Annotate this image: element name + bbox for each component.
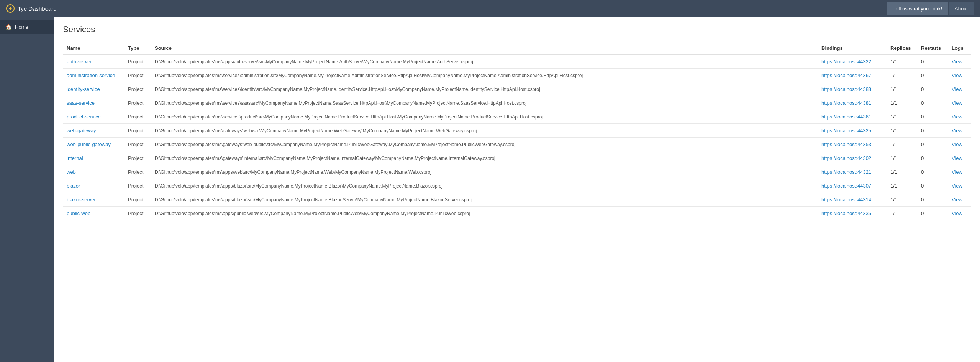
service-binding-link[interactable]: https://localhost:44388 — [821, 86, 871, 92]
service-replicas-cell: 1/1 — [887, 165, 917, 179]
service-source-cell: D:\Github\volo\abp\templates\ms\apps\aut… — [151, 54, 818, 69]
col-header-bindings: Bindings — [818, 42, 887, 54]
service-restarts-cell: 0 — [917, 165, 948, 179]
service-source-cell: D:\Github\volo\abp\templates\ms\services… — [151, 82, 818, 96]
service-log-link[interactable]: View — [952, 72, 962, 78]
service-type-cell: Project — [124, 54, 151, 69]
service-type-cell: Project — [124, 207, 151, 220]
service-log-link[interactable]: View — [952, 100, 962, 106]
service-binding-link[interactable]: https://localhost:44353 — [821, 142, 871, 147]
service-log-link[interactable]: View — [952, 128, 962, 133]
service-name-cell: administration-service — [63, 69, 124, 82]
table-row: web-public-gateway Project D:\Github\vol… — [63, 138, 971, 151]
service-replicas-cell: 1/1 — [887, 207, 917, 220]
service-name-link[interactable]: identity-service — [67, 86, 100, 92]
service-source-cell: D:\Github\volo\abp\templates\ms\services… — [151, 96, 818, 110]
service-binding-link[interactable]: https://localhost:44381 — [821, 100, 871, 106]
service-log-cell: View — [948, 138, 971, 151]
service-restarts-cell: 0 — [917, 151, 948, 165]
table-row: auth-server Project D:\Github\volo\abp\t… — [63, 54, 971, 69]
service-type-cell: Project — [124, 151, 151, 165]
service-log-cell: View — [948, 69, 971, 82]
service-name-link[interactable]: blazor — [67, 183, 80, 189]
service-log-cell: View — [948, 207, 971, 220]
service-name-link[interactable]: blazor-server — [67, 197, 96, 202]
service-log-link[interactable]: View — [952, 197, 962, 202]
service-log-cell: View — [948, 179, 971, 193]
service-log-link[interactable]: View — [952, 183, 962, 189]
service-name-cell: auth-server — [63, 54, 124, 69]
service-restarts-cell: 0 — [917, 54, 948, 69]
service-log-link[interactable]: View — [952, 142, 962, 147]
service-type-cell: Project — [124, 138, 151, 151]
about-button[interactable]: About — [948, 2, 974, 15]
service-name-link[interactable]: web-gateway — [67, 128, 96, 133]
service-name-link[interactable]: auth-server — [67, 59, 92, 64]
service-binding-link[interactable]: https://localhost:44322 — [821, 59, 871, 64]
main-content: Services Name Type Source Bindings Repli… — [54, 17, 980, 362]
service-log-link[interactable]: View — [952, 59, 962, 64]
service-type-cell: Project — [124, 179, 151, 193]
table-row: blazor-server Project D:\Github\volo\abp… — [63, 193, 971, 207]
header-logo: Tye Dashboard — [6, 4, 887, 13]
service-log-link[interactable]: View — [952, 86, 962, 92]
service-binding-cell: https://localhost:44381 — [818, 96, 887, 110]
service-log-link[interactable]: View — [952, 169, 962, 175]
service-replicas-cell: 1/1 — [887, 96, 917, 110]
service-replicas-cell: 1/1 — [887, 54, 917, 69]
service-log-link[interactable]: View — [952, 211, 962, 216]
service-binding-cell: https://localhost:44335 — [818, 207, 887, 220]
service-source-cell: D:\Github\volo\abp\templates\ms\gateways… — [151, 138, 818, 151]
service-name-cell: saas-service — [63, 96, 124, 110]
service-source-cell: D:\Github\volo\abp\templates\ms\gateways… — [151, 151, 818, 165]
service-name-link[interactable]: internal — [67, 155, 83, 161]
service-binding-cell: https://localhost:44367 — [818, 69, 887, 82]
service-binding-cell: https://localhost:44325 — [818, 124, 887, 138]
header-actions: Tell us what you think! About — [887, 2, 974, 15]
service-binding-link[interactable]: https://localhost:44335 — [821, 211, 871, 216]
service-name-link[interactable]: product-service — [67, 114, 101, 120]
table-row: product-service Project D:\Github\volo\a… — [63, 110, 971, 124]
service-replicas-cell: 1/1 — [887, 110, 917, 124]
service-binding-link[interactable]: https://localhost:44325 — [821, 128, 871, 133]
service-binding-link[interactable]: https://localhost:44314 — [821, 197, 871, 202]
service-type-cell: Project — [124, 124, 151, 138]
service-log-cell: View — [948, 124, 971, 138]
service-restarts-cell: 0 — [917, 96, 948, 110]
service-binding-cell: https://localhost:44302 — [818, 151, 887, 165]
service-name-link[interactable]: web — [67, 169, 76, 175]
service-name-link[interactable]: web-public-gateway — [67, 142, 111, 147]
service-binding-link[interactable]: https://localhost:44302 — [821, 155, 871, 161]
service-name-link[interactable]: administration-service — [67, 72, 115, 78]
service-binding-link[interactable]: https://localhost:44367 — [821, 72, 871, 78]
service-name-link[interactable]: saas-service — [67, 100, 95, 106]
feedback-button[interactable]: Tell us what you think! — [887, 2, 948, 15]
table-row: internal Project D:\Github\volo\abp\temp… — [63, 151, 971, 165]
service-name-cell: web — [63, 165, 124, 179]
service-replicas-cell: 1/1 — [887, 82, 917, 96]
service-name-link[interactable]: public-web — [67, 211, 90, 216]
sidebar-item-home[interactable]: 🏠 Home — [0, 20, 54, 34]
sidebar: 🏠 Home — [0, 17, 54, 362]
col-header-replicas: Replicas — [887, 42, 917, 54]
service-binding-link[interactable]: https://localhost:44361 — [821, 114, 871, 120]
service-binding-link[interactable]: https://localhost:44307 — [821, 183, 871, 189]
service-log-link[interactable]: View — [952, 114, 962, 120]
service-replicas-cell: 1/1 — [887, 193, 917, 207]
service-binding-link[interactable]: https://localhost:44321 — [821, 169, 871, 175]
table-row: administration-service Project D:\Github… — [63, 69, 971, 82]
table-row: web-gateway Project D:\Github\volo\abp\t… — [63, 124, 971, 138]
service-log-link[interactable]: View — [952, 155, 962, 161]
table-row: saas-service Project D:\Github\volo\abp\… — [63, 96, 971, 110]
service-name-cell: blazor — [63, 179, 124, 193]
service-replicas-cell: 1/1 — [887, 69, 917, 82]
service-log-cell: View — [948, 96, 971, 110]
service-restarts-cell: 0 — [917, 207, 948, 220]
service-type-cell: Project — [124, 82, 151, 96]
service-restarts-cell: 0 — [917, 82, 948, 96]
service-name-cell: blazor-server — [63, 193, 124, 207]
app-title: Tye Dashboard — [18, 5, 57, 12]
service-name-cell: internal — [63, 151, 124, 165]
service-source-cell: D:\Github\volo\abp\templates\ms\services… — [151, 110, 818, 124]
service-binding-cell: https://localhost:44307 — [818, 179, 887, 193]
